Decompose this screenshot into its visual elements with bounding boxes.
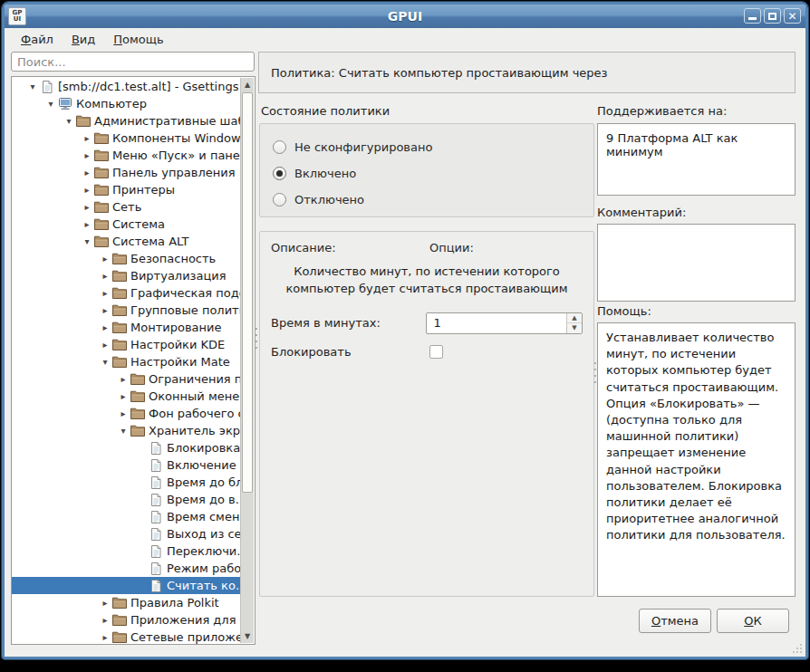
expand-icon[interactable]: ▸: [99, 284, 111, 302]
expand-icon[interactable]: ▸: [99, 302, 111, 319]
document-icon: [148, 544, 163, 559]
tree-item[interactable]: Выход из се...: [12, 525, 240, 542]
tree-item[interactable]: ▸Групповые политики: [12, 302, 240, 319]
help-text: Устанавливает количество минут, по истеч…: [606, 331, 786, 542]
document-icon: [148, 475, 163, 490]
expand-icon[interactable]: ▸: [81, 216, 93, 233]
expand-icon[interactable]: ▸: [117, 405, 130, 422]
panel-splitter[interactable]: [256, 323, 258, 353]
maximize-button[interactable]: [764, 8, 781, 24]
tree-item[interactable]: Считать ко...: [12, 577, 240, 594]
cancel-button[interactable]: Отмена: [639, 609, 711, 633]
lock-checkbox[interactable]: [429, 345, 443, 359]
comment-input[interactable]: [597, 224, 796, 302]
expand-icon[interactable]: ▸: [99, 336, 111, 353]
tree-item[interactable]: ▸Фон рабочего с...: [12, 405, 240, 422]
radio-button[interactable]: [273, 140, 286, 154]
collapse-icon[interactable]: ▾: [81, 233, 93, 250]
tree-item[interactable]: ▾Настройки Mate: [12, 353, 240, 370]
expand-icon[interactable]: ▸: [99, 250, 111, 267]
tree-item[interactable]: ▸Графическая подс...: [12, 284, 240, 302]
tree-item[interactable]: ▸Сеть: [12, 198, 240, 216]
tree-item[interactable]: ▸Приложения для С...: [12, 611, 240, 629]
tree-item[interactable]: Блокировка ...: [12, 439, 240, 456]
ok-button[interactable]: ОК: [717, 609, 789, 633]
tree-item[interactable]: Режим рабо...: [12, 560, 240, 577]
resize-grip[interactable]: [791, 642, 802, 653]
radio-option-2[interactable]: Отключено: [260, 187, 593, 213]
menu-item-0[interactable]: Файл: [14, 30, 61, 49]
radio-button[interactable]: [273, 193, 286, 206]
tree-item[interactable]: ▸Ограничения п...: [12, 370, 240, 388]
tree-item[interactable]: ▾Система ALT: [12, 233, 240, 250]
tree-item[interactable]: ▸Правила Polkit: [12, 594, 240, 611]
scroll-down-button[interactable]: ▼: [241, 629, 254, 643]
radio-option-1[interactable]: Включено: [260, 160, 593, 187]
document-icon: [148, 493, 163, 507]
expand-icon[interactable]: ▸: [81, 198, 93, 216]
expand-icon[interactable]: ▸: [99, 629, 111, 644]
scroll-thumb[interactable]: [242, 92, 253, 493]
expand-icon[interactable]: ▸: [117, 370, 130, 388]
expand-icon[interactable]: ▸: [81, 130, 93, 147]
spin-up-button[interactable]: ▲: [567, 313, 582, 324]
tree-item[interactable]: ▸Виртуализация: [12, 267, 240, 284]
tree-item[interactable]: ▾[smb://dc1.test.alt] - Gsettings: [12, 78, 240, 95]
scroll-up-button[interactable]: ▲: [241, 78, 254, 91]
tree-item-label: Настройки KDE: [130, 338, 225, 351]
collapse-icon[interactable]: ▾: [26, 78, 39, 95]
tree-item[interactable]: ▾Компьютер: [12, 95, 240, 112]
radio-button[interactable]: [273, 167, 286, 180]
minimize-button[interactable]: [744, 8, 761, 24]
collapse-icon[interactable]: ▾: [99, 353, 111, 370]
expand-icon[interactable]: ▸: [99, 267, 111, 284]
tree-item-label: Оконный мене...: [149, 389, 240, 403]
tree-item[interactable]: ▸Монтирование: [12, 319, 240, 336]
folder-icon: [93, 167, 109, 179]
tree-item[interactable]: ▸Компоненты Windows: [12, 130, 240, 147]
tree-item[interactable]: Переключи...: [12, 542, 240, 560]
tree-item[interactable]: Включение ...: [12, 456, 240, 474]
tree-item[interactable]: ▸Настройки KDE: [12, 336, 240, 353]
expand-icon[interactable]: ▸: [81, 181, 93, 198]
tree-item[interactable]: ▸Сетевые приложе...: [12, 629, 240, 644]
tree-item[interactable]: ▸Меню «Пуск» и панел...: [12, 147, 240, 164]
search-input[interactable]: [11, 52, 255, 72]
tree-item-label: Выход из се...: [167, 527, 240, 541]
tree-item[interactable]: ▸Безопасность: [12, 250, 240, 267]
menu-bar: ФайлВидПомощь: [5, 28, 805, 50]
expand-icon[interactable]: ▸: [99, 319, 111, 336]
window-title: GPUI: [5, 9, 805, 24]
policy-state-label: Состояние политики: [261, 104, 390, 118]
comment-label: Комментарий:: [597, 206, 686, 219]
expand-icon[interactable]: ▸: [81, 147, 93, 164]
tree-item[interactable]: ▸Принтеры: [12, 181, 240, 198]
expand-icon[interactable]: ▸: [117, 388, 130, 405]
radio-option-0[interactable]: Не сконфигурировано: [260, 134, 593, 160]
time-spinbox[interactable]: 1 ▲ ▼: [426, 312, 583, 334]
tree-item[interactable]: ▾Административные шаб...: [12, 112, 240, 130]
radio-option-label: Отключено: [294, 193, 364, 206]
tree-item-label: Принтеры: [112, 183, 175, 197]
collapse-icon[interactable]: ▾: [117, 422, 130, 439]
collapse-icon[interactable]: ▾: [63, 112, 75, 130]
tree-item-label: Ограничения п...: [149, 372, 240, 386]
tree-item[interactable]: ▸Панель управления: [12, 164, 240, 181]
tree-item[interactable]: ▾Хранитель экра...: [12, 422, 240, 439]
tree-item-label: Виртуализация: [130, 269, 227, 283]
tree-item[interactable]: Время до бл...: [12, 474, 240, 491]
tree-item[interactable]: ▸Оконный мене...: [12, 388, 240, 405]
expand-icon[interactable]: ▸: [99, 594, 111, 611]
collapse-icon[interactable]: ▾: [44, 95, 57, 112]
menu-item-1[interactable]: Вид: [64, 30, 102, 49]
expand-icon[interactable]: ▸: [99, 611, 111, 629]
tree-item[interactable]: Время до в...: [12, 491, 240, 508]
close-button[interactable]: ✕: [784, 8, 801, 24]
expand-icon[interactable]: ▸: [81, 164, 93, 181]
spin-down-button[interactable]: ▼: [567, 323, 582, 333]
scrollbar[interactable]: ▲ ▼: [240, 78, 254, 643]
tree-item[interactable]: Время смен...: [12, 508, 240, 525]
tree-item[interactable]: ▸Система: [12, 216, 240, 233]
cancel-button-label: Отмена: [651, 614, 699, 628]
menu-item-2[interactable]: Помощь: [106, 30, 170, 49]
